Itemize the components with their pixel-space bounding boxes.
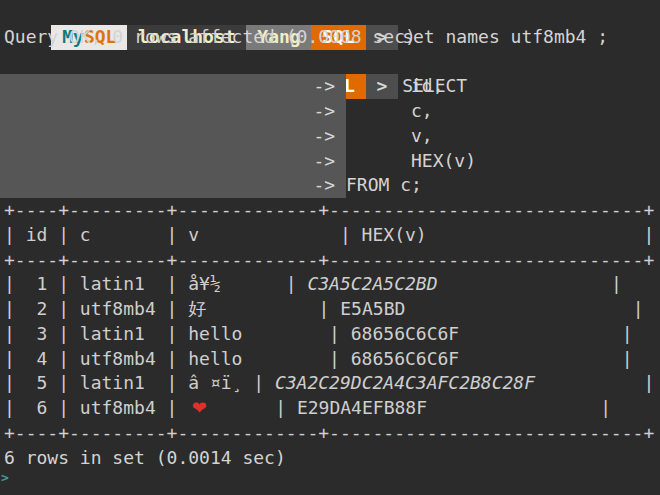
table-border-bottom: +----+---------+-------------+----------… [0, 421, 660, 446]
table-row-3: | 3 | latin1 | hello | 68656C6C6F | [0, 322, 660, 347]
continuation-arrow-icon: -> [0, 74, 346, 99]
command-set-names: set names utf8mb4 ; [398, 26, 608, 47]
continuation-arrow-icon: -> [0, 124, 346, 149]
row1-end: | [437, 273, 621, 294]
command-from: FROM c; [346, 174, 422, 195]
prompt-line-2: MySQL localhost Yang SQL > SELECT [0, 50, 660, 75]
row2-cells: | 2 | utf8mb4 | [4, 298, 188, 319]
continuation-line-3: -> v, [0, 124, 660, 149]
row5-cells: | 5 | latin1 | â ¤ï¸ | [4, 372, 275, 393]
row2-end: | E5A5BD | [210, 298, 643, 319]
heart-emoji-icon: ❤ [188, 396, 210, 421]
continuation-arrow-icon: -> [0, 149, 346, 174]
command-col-id: id, [346, 75, 444, 96]
continuation-line-1: -> id, [0, 74, 660, 99]
table-border-top: +----+---------+-------------+----------… [0, 198, 660, 223]
row5-end: | [535, 372, 654, 393]
table-row-1: | 1 | latin1 | å¥½ | C3A5C2A5C2BD | [0, 272, 660, 297]
continuation-line-4: -> HEX(v) [0, 149, 660, 174]
table-row-2: | 2 | utf8mb4 | 好 | E5A5BD | [0, 297, 660, 322]
prompt-line-input[interactable]: > MySQL localhost Yang SQL > [0, 470, 660, 495]
continuation-arrow-icon: -> [0, 173, 346, 198]
table-border-mid: +----+---------+-------------+----------… [0, 248, 660, 273]
output-rows-in-set: 6 rows in set (0.0014 sec) [0, 446, 660, 471]
command-col-v: v, [346, 125, 433, 146]
prompt-line-1: MySQL localhost Yang SQL > set names utf… [0, 0, 660, 25]
table-header-row: | id | c | v | HEX(v) | [0, 223, 660, 248]
row6-end: | E29DA4EFB88F | [210, 397, 611, 418]
chevron-icon: > [1, 466, 9, 491]
row2-cjk-value: 好 [188, 297, 210, 322]
continuation-arrow-icon: -> [0, 99, 346, 124]
terminal-window[interactable]: MySQL localhost Yang SQL > set names utf… [0, 0, 660, 495]
continuation-line-2: -> c, [0, 99, 660, 124]
command-col-c: c, [346, 100, 433, 121]
table-row-4: | 4 | utf8mb4 | hello | 68656C6C6F | [0, 347, 660, 372]
table-row-6: | 6 | utf8mb4 | ❤ | E29DA4EFB88F | [0, 396, 660, 421]
table-row-5: | 5 | latin1 | â ¤ï¸ | C3A2C29DC2A4C3AFC… [0, 371, 660, 396]
command-col-hex: HEX(v) [346, 150, 476, 171]
row5-hex-value: C3A2C29DC2A4C3AFC2B8C28F [275, 372, 535, 393]
continuation-line-5: -> FROM c; [0, 173, 660, 198]
row1-cells: | 1 | latin1 | å¥½ | [4, 273, 307, 294]
row6-cells: | 6 | utf8mb4 | [4, 397, 188, 418]
row1-hex-value: C3A5C2A5C2BD [307, 273, 437, 294]
